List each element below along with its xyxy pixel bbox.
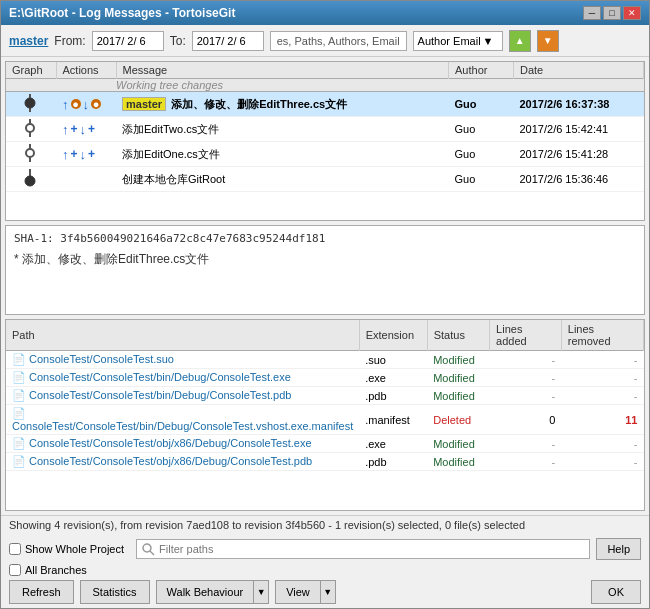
checkbox-row: Show Whole Project Help bbox=[9, 538, 641, 560]
action-up-icon: ↑ bbox=[62, 147, 69, 162]
window-title: E:\GitRoot - Log Messages - TortoiseGit bbox=[9, 6, 235, 20]
table-row[interactable]: 📄 ConsoleTest/ConsoleTest/obj/x86/Debug/… bbox=[6, 435, 644, 453]
graph-icon bbox=[12, 119, 48, 137]
file-status: Modified bbox=[427, 387, 489, 405]
window-controls: ─ □ ✕ bbox=[583, 6, 641, 20]
lines-removed: - bbox=[561, 435, 643, 453]
show-whole-project-checkbox[interactable] bbox=[9, 543, 21, 555]
lines-added: - bbox=[490, 369, 562, 387]
status-text: Showing 4 revision(s), from revision 7ae… bbox=[9, 519, 525, 531]
walk-behaviour-button[interactable]: Walk Behaviour bbox=[156, 580, 254, 604]
action-up-icon: ↑ bbox=[62, 97, 69, 112]
actions-cell: ↑ + ↓ + bbox=[56, 142, 116, 167]
minimize-button[interactable]: ─ bbox=[583, 6, 601, 20]
col-header-ext: Extension bbox=[359, 320, 427, 351]
action-dot2-icon: ● bbox=[91, 99, 101, 109]
table-row[interactable]: 📄 ConsoleTest/ConsoleTest.suo .suo Modif… bbox=[6, 351, 644, 369]
lines-added: - bbox=[490, 351, 562, 369]
working-tree-graph bbox=[6, 79, 56, 92]
table-row[interactable]: ↑ + ↓ + 添加EditTwo.cs文件 Guo 2017/2/6 15:4… bbox=[6, 117, 644, 142]
file-ext: .pdb bbox=[359, 453, 427, 471]
message-cell: 添加EditOne.cs文件 bbox=[116, 142, 449, 167]
log-table: Graph Actions Message Author Date Workin… bbox=[6, 62, 644, 192]
lines-removed: - bbox=[561, 387, 643, 405]
table-row[interactable]: ↑ + ↓ + 添加EditOne.cs文件 Guo 2017/2/6 15:4… bbox=[6, 142, 644, 167]
table-row[interactable]: 📄 ConsoleTest/ConsoleTest/bin/Debug/Cons… bbox=[6, 387, 644, 405]
log-table-container: Graph Actions Message Author Date Workin… bbox=[5, 61, 645, 221]
file-status: Modified bbox=[427, 435, 489, 453]
lines-added: 0 bbox=[490, 405, 562, 435]
col-header-message: Message bbox=[116, 62, 449, 79]
graph-cell bbox=[6, 167, 56, 192]
file-path-link[interactable]: ConsoleTest/ConsoleTest/bin/Debug/Consol… bbox=[29, 371, 291, 383]
col-header-added: Lines added bbox=[490, 320, 562, 351]
statistics-button[interactable]: Statistics bbox=[80, 580, 150, 604]
file-path-link[interactable]: ConsoleTest/ConsoleTest/obj/x86/Debug/Co… bbox=[29, 455, 312, 467]
working-tree-actions bbox=[56, 79, 116, 92]
nav-down-button[interactable]: ▼ bbox=[537, 30, 559, 52]
author-cell: Guo bbox=[449, 92, 514, 117]
action-down-icon: ↓ bbox=[83, 97, 90, 112]
lines-removed: 11 bbox=[561, 405, 643, 435]
commit-date: 2017/2/6 16:37:38 bbox=[520, 98, 610, 110]
refresh-button[interactable]: Refresh bbox=[9, 580, 74, 604]
graph-cell bbox=[6, 142, 56, 167]
file-status: Modified bbox=[427, 453, 489, 471]
file-path: 📄 ConsoleTest/ConsoleTest/obj/x86/Debug/… bbox=[6, 435, 359, 453]
svg-line-9 bbox=[150, 551, 154, 555]
col-header-path: Path bbox=[6, 320, 359, 351]
all-branches-item: All Branches bbox=[9, 564, 87, 576]
table-row[interactable]: 📄 ConsoleTest/ConsoleTest/obj/x86/Debug/… bbox=[6, 453, 644, 471]
file-ext: .suo bbox=[359, 351, 427, 369]
view-button[interactable]: View bbox=[275, 580, 320, 604]
table-row[interactable]: ↑ ● ↓ ● master 添加、修改、删除EditThree.cs文件 Gu… bbox=[6, 92, 644, 117]
view-dropdown-arrow[interactable]: ▼ bbox=[320, 580, 336, 604]
file-status: Deleted bbox=[427, 405, 489, 435]
action-plus-icon: + bbox=[71, 147, 78, 161]
walk-behaviour-split-button: Walk Behaviour ▼ bbox=[156, 580, 270, 604]
author-cell: Guo bbox=[449, 167, 514, 192]
filter-type-dropdown[interactable]: Author Email ▼ bbox=[413, 31, 503, 51]
help-button[interactable]: Help bbox=[596, 538, 641, 560]
filter-options-button[interactable]: es, Paths, Authors, Email bbox=[270, 31, 407, 51]
walk-behaviour-dropdown-arrow[interactable]: ▼ bbox=[253, 580, 269, 604]
svg-point-7 bbox=[25, 176, 35, 186]
ok-button[interactable]: OK bbox=[591, 580, 641, 604]
file-status: Modified bbox=[427, 351, 489, 369]
toolbar: master From: To: es, Paths, Authors, Ema… bbox=[1, 25, 649, 57]
table-row[interactable]: 创建本地仓库GitRoot Guo 2017/2/6 15:36:46 bbox=[6, 167, 644, 192]
close-button[interactable]: ✕ bbox=[623, 6, 641, 20]
svg-point-1 bbox=[25, 98, 35, 108]
file-path-link[interactable]: ConsoleTest/ConsoleTest/bin/Debug/Consol… bbox=[12, 420, 353, 432]
dropdown-arrow-icon: ▼ bbox=[483, 35, 494, 47]
table-row[interactable]: 📄 ConsoleTest/ConsoleTest/bin/Debug/Cons… bbox=[6, 405, 644, 435]
file-path: 📄 ConsoleTest/ConsoleTest/bin/Debug/Cons… bbox=[6, 369, 359, 387]
to-date-input[interactable] bbox=[192, 31, 264, 51]
table-row[interactable]: 📄 ConsoleTest/ConsoleTest/bin/Debug/Cons… bbox=[6, 369, 644, 387]
date-cell: 2017/2/6 15:36:46 bbox=[514, 167, 644, 192]
file-icon: 📄 bbox=[12, 437, 29, 449]
action-down-icon: ↓ bbox=[80, 147, 87, 162]
date-cell: 2017/2/6 15:41:28 bbox=[514, 142, 644, 167]
col-header-author: Author bbox=[449, 62, 514, 79]
svg-point-5 bbox=[26, 149, 34, 157]
filter-paths-input[interactable] bbox=[159, 543, 585, 555]
maximize-button[interactable]: □ bbox=[603, 6, 621, 20]
from-date-input[interactable] bbox=[92, 31, 164, 51]
lines-added: - bbox=[490, 453, 562, 471]
file-path-link[interactable]: ConsoleTest/ConsoleTest.suo bbox=[29, 353, 174, 365]
file-path: 📄 ConsoleTest/ConsoleTest/obj/x86/Debug/… bbox=[6, 453, 359, 471]
file-status: Modified bbox=[427, 369, 489, 387]
all-branches-checkbox[interactable] bbox=[9, 564, 21, 576]
nav-up-button[interactable]: ▲ bbox=[509, 30, 531, 52]
col-header-actions: Actions bbox=[56, 62, 116, 79]
action-plus2-icon: + bbox=[88, 122, 95, 136]
file-path-link[interactable]: ConsoleTest/ConsoleTest/bin/Debug/Consol… bbox=[29, 389, 291, 401]
author-cell: Guo bbox=[449, 142, 514, 167]
file-path-link[interactable]: ConsoleTest/ConsoleTest/obj/x86/Debug/Co… bbox=[29, 437, 312, 449]
file-ext: .manifest bbox=[359, 405, 427, 435]
branch-selector[interactable]: master bbox=[9, 34, 48, 48]
lines-removed: - bbox=[561, 453, 643, 471]
file-icon: 📄 bbox=[12, 371, 29, 383]
message-cell: 添加EditTwo.cs文件 bbox=[116, 117, 449, 142]
